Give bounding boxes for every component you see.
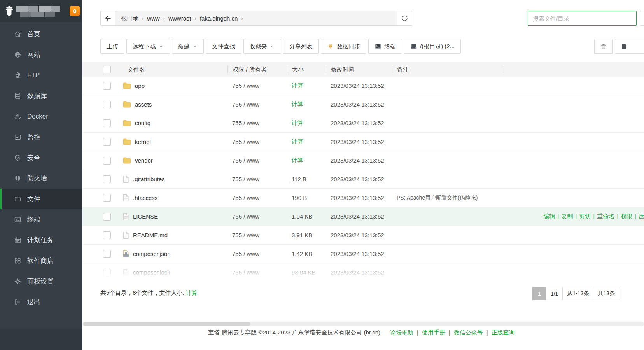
row-checkbox[interactable] bbox=[103, 213, 111, 220]
file-name-cell[interactable]: README.md bbox=[117, 231, 228, 239]
row-action-compress[interactable]: 压缩 bbox=[639, 213, 644, 219]
sidebar-item-website[interactable]: 网站 bbox=[0, 44, 82, 65]
pagination-page-1[interactable]: 1 bbox=[532, 287, 546, 300]
select-all-checkbox[interactable] bbox=[103, 66, 111, 74]
sidebar-item-appstore[interactable]: 软件商店 bbox=[0, 250, 82, 271]
row-action-rename[interactable]: 重命名 bbox=[597, 213, 614, 219]
file-name-cell[interactable]: assets bbox=[117, 101, 228, 108]
row-checkbox[interactable] bbox=[103, 175, 111, 183]
row-checkbox[interactable] bbox=[103, 138, 111, 146]
sidebar-item-ftp[interactable]: FTP bbox=[0, 65, 82, 86]
status-bar: 共5个目录，8个文件，文件大小: 计算 11/1从1-13条共13条 bbox=[82, 272, 644, 306]
row-checkbox[interactable] bbox=[103, 157, 111, 164]
calc-total-size-link[interactable]: 计算 bbox=[186, 289, 198, 296]
row-action-edit[interactable]: 编辑 bbox=[543, 213, 555, 219]
sidebar-item-docker[interactable]: Docker bbox=[0, 106, 82, 127]
breadcrumb-item[interactable]: www bbox=[147, 15, 160, 22]
footer-link-manual[interactable]: 使用手册 bbox=[422, 329, 445, 336]
modified-time: 2023/03/24 13:13:52 bbox=[326, 157, 392, 164]
search-input[interactable] bbox=[528, 11, 637, 26]
sidebar-item-files[interactable]: 文件 bbox=[0, 189, 82, 209]
footer-link-genuine-check[interactable]: 正版查询 bbox=[492, 329, 515, 336]
ftp-icon bbox=[14, 72, 21, 79]
calc-size-link[interactable]: 计算 bbox=[292, 119, 303, 126]
file-name-cell[interactable]: config bbox=[117, 120, 228, 126]
logout-icon bbox=[14, 298, 21, 306]
favorites-button[interactable]: 收藏夹 bbox=[243, 39, 281, 54]
footer-separator: | bbox=[417, 329, 418, 336]
disk-select-button[interactable]: /(根目录) (2... bbox=[404, 39, 461, 54]
bt-logo-icon bbox=[4, 5, 15, 17]
row-checkbox[interactable] bbox=[103, 119, 111, 127]
permission-owner: 755 / www bbox=[228, 138, 287, 145]
row-checkbox[interactable] bbox=[103, 82, 111, 90]
file-size: 3.91 KB bbox=[292, 232, 312, 238]
footer-link-forum-help[interactable]: 论坛求助 bbox=[390, 329, 413, 336]
row-action-cut[interactable]: 剪切 bbox=[579, 213, 591, 219]
file-name-cell[interactable]: app bbox=[117, 82, 228, 89]
calc-size-link[interactable]: 计算 bbox=[292, 138, 303, 145]
upload-button[interactable]: 上传 bbox=[100, 39, 124, 54]
sidebar-item-terminal[interactable]: 终端 bbox=[0, 209, 82, 230]
row-checkbox[interactable] bbox=[103, 231, 111, 239]
breadcrumb-item[interactable]: faka.qingdh.cn bbox=[200, 15, 238, 22]
sidebar-item-firewall[interactable]: 防火墙 bbox=[0, 168, 82, 189]
back-button[interactable] bbox=[100, 11, 116, 26]
sidebar-item-database[interactable]: 数据库 bbox=[0, 86, 82, 106]
breadcrumb-item[interactable]: 根目录 bbox=[121, 15, 138, 22]
row-action-permission[interactable]: 权限 bbox=[621, 213, 632, 219]
row-checkbox[interactable] bbox=[103, 194, 111, 202]
sidebar-item-cron[interactable]: 计划任务 bbox=[0, 230, 82, 250]
pagination-page-indicator[interactable]: 1/1 bbox=[546, 287, 563, 300]
terminal-button[interactable]: 终端 bbox=[368, 39, 402, 54]
header-checkbox-cell bbox=[82, 66, 117, 74]
breadcrumb-separator-icon: › bbox=[142, 16, 144, 21]
footer-link-wechat[interactable]: 微信公众号 bbox=[454, 329, 483, 336]
remote-download-button[interactable]: 远程下载 bbox=[126, 39, 170, 54]
refresh-button[interactable] bbox=[397, 11, 412, 26]
calc-size-link[interactable]: 计算 bbox=[292, 157, 303, 163]
clipped-edge-button[interactable] bbox=[615, 39, 644, 54]
new-button[interactable]: 新建 bbox=[172, 39, 204, 54]
row-action-copy[interactable]: 复制 bbox=[561, 213, 573, 219]
terminal-btn-icon bbox=[374, 43, 382, 50]
calc-size-link[interactable]: 计算 bbox=[292, 82, 303, 89]
permission-owner: 755 / www bbox=[228, 82, 287, 89]
search-button[interactable] bbox=[640, 11, 644, 26]
size-cell: 计算 bbox=[287, 157, 326, 164]
file-name-cell[interactable]: kernel bbox=[117, 138, 228, 145]
breadcrumb-item[interactable]: wwwroot bbox=[168, 15, 191, 22]
sidebar-item-security[interactable]: 安全 bbox=[0, 147, 82, 168]
pagination-range-indicator[interactable]: 从1-13条 bbox=[562, 287, 593, 300]
sidebar-item-home[interactable]: 首页 bbox=[0, 24, 82, 44]
sidebar-item-logout[interactable]: 退出 bbox=[0, 292, 82, 312]
file-size: 190 B bbox=[292, 194, 307, 201]
recycle-bin-button[interactable] bbox=[594, 39, 613, 54]
row-checkbox-cell bbox=[82, 194, 117, 202]
sidebar: 0 首页网站FTP数据库Docker监控安全防火墙文件终端计划任务软件商店面板设… bbox=[0, 0, 82, 350]
file-name-cell[interactable]: .gitattributes bbox=[117, 175, 228, 183]
file-name: vendor bbox=[135, 157, 153, 164]
data-sync-button[interactable]: 数据同步 bbox=[321, 39, 366, 54]
table-header: 文件名权限 / 所有者大小修改时间备注 bbox=[82, 62, 644, 77]
modified-time: 2023/03/24 13:13:52 bbox=[326, 194, 392, 201]
sidebar-item-monitor[interactable]: 监控 bbox=[0, 127, 82, 147]
horizontal-scrollbar[interactable] bbox=[82, 322, 644, 326]
pagination-total-indicator[interactable]: 共13条 bbox=[593, 287, 620, 300]
breadcrumb: 根目录›www›wwwroot›faka.qingdh.cn› bbox=[116, 11, 397, 26]
monitor-icon bbox=[14, 133, 21, 141]
file-name-cell[interactable]: vendor bbox=[117, 157, 228, 164]
file-name-cell[interactable]: {;}JSONcomposer.json bbox=[117, 250, 228, 258]
row-checkbox[interactable] bbox=[103, 250, 111, 258]
file-name-cell[interactable]: .htaccess bbox=[117, 194, 228, 202]
calc-size-link[interactable]: 计算 bbox=[292, 101, 303, 107]
share-list-button[interactable]: 分享列表 bbox=[283, 39, 319, 54]
message-count-badge[interactable]: 0 bbox=[70, 6, 80, 16]
file-name-cell[interactable]: LICENSE bbox=[117, 213, 228, 220]
row-checkbox[interactable] bbox=[103, 101, 111, 108]
sidebar-item-settings[interactable]: 面板设置 bbox=[0, 271, 82, 292]
folder-icon bbox=[123, 157, 131, 164]
document-icon bbox=[621, 43, 628, 50]
cron-icon bbox=[14, 236, 21, 244]
file-search-button[interactable]: 文件查找 bbox=[206, 39, 242, 54]
